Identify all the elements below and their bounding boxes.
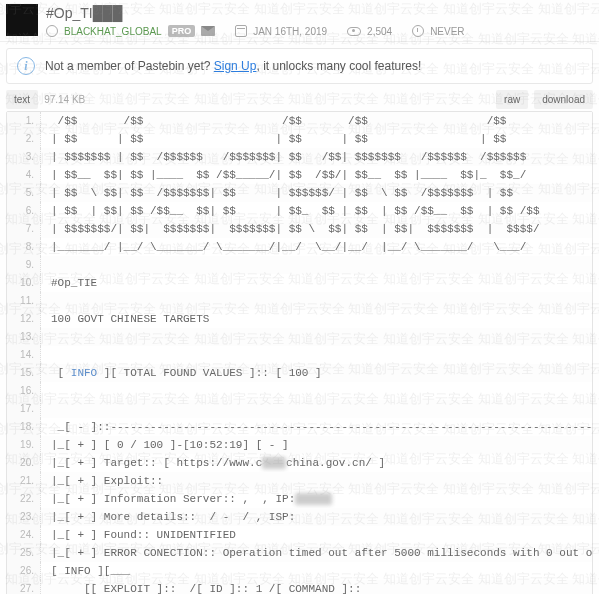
line-number[interactable]: 13.	[7, 328, 41, 346]
code-row: 6.| $$ | $$| $$ /$$__ $$| $$ | $$_ $$ | …	[7, 202, 592, 220]
code-line[interactable]: /$$ /$$ /$$ /$$ /$$	[41, 112, 592, 130]
code-row: 16.	[7, 382, 592, 400]
author-link[interactable]: BLACKHAT_GLOBAL	[64, 26, 162, 37]
code-row: 3.| $$$$$$$ | $$ /$$$$$$ /$$$$$$$| $$ /$…	[7, 148, 592, 166]
code-line[interactable]: | $$ | $$ | $$ | $$ | $$	[41, 130, 592, 148]
line-number[interactable]: 15.	[7, 364, 41, 382]
paste-title: #Op_TI███	[46, 4, 593, 22]
line-number[interactable]: 19.	[7, 436, 41, 454]
calendar-icon	[235, 25, 247, 37]
line-number[interactable]: 1.	[7, 112, 41, 130]
code-row: 14.	[7, 346, 592, 364]
line-number[interactable]: 6.	[7, 202, 41, 220]
eye-icon	[347, 27, 361, 36]
code-line[interactable]: | $$$$$$$/| $$| $$$$$$$| $$$$$$$| $$ \ $…	[41, 220, 592, 238]
expires-text: NEVER	[430, 26, 464, 37]
line-number[interactable]: 5.	[7, 184, 41, 202]
signup-link[interactable]: Sign Up	[214, 59, 257, 73]
code-line[interactable]: |_[ + ] Found:: UNIDENTIFIED	[41, 526, 592, 544]
code-row: 11.	[7, 292, 592, 310]
code-line[interactable]: | $$ | $$| $$ /$$__ $$| $$ | $$_ $$ | $$…	[41, 202, 592, 220]
code-line[interactable]: |_[ + ] [ 0 / 100 ]-[10:52:19] [ - ]	[41, 436, 592, 454]
code-line[interactable]: |_______/ |__/ \_______/ \_______/|__/ \…	[41, 238, 592, 256]
line-number[interactable]: 2.	[7, 130, 41, 148]
line-number[interactable]: 26.	[7, 562, 41, 580]
code-block[interactable]: 1. /$$ /$$ /$$ /$$ /$$ 2.| $$ | $$ | $$ …	[6, 111, 593, 594]
line-number[interactable]: 8.	[7, 238, 41, 256]
code-line[interactable]: [[ EXPLOIT ]:: /[ ID ]:: 1 /[ COMMAND ]:…	[41, 580, 592, 594]
code-row: 27. [[ EXPLOIT ]:: /[ ID ]:: 1 /[ COMMAN…	[7, 580, 592, 594]
line-number[interactable]: 24.	[7, 526, 41, 544]
avatar[interactable]	[6, 4, 38, 36]
paste-header: #Op_TI███ BLACKHAT_GLOBAL PRO JAN 16TH, …	[0, 0, 599, 42]
message-icon[interactable]	[201, 26, 215, 36]
code-row: 10.#Op_TIE	[7, 274, 592, 292]
code-line[interactable]: |_[ + ] Exploit::	[41, 472, 592, 490]
date-text: JAN 16TH, 2019	[253, 26, 327, 37]
code-line[interactable]: |_[ + ] Information Server:: , , IP:XXXX…	[41, 490, 592, 508]
code-row: 17.	[7, 400, 592, 418]
line-number[interactable]: 17.	[7, 400, 41, 418]
views-text: 2,504	[367, 26, 392, 37]
code-row: 18. _[ - ]::----------------------------…	[7, 418, 592, 436]
notice-text: Not a member of Pastebin yet? Sign Up, i…	[45, 59, 421, 73]
code-line[interactable]: |_[ + ] More details:: / - / , ISP:	[41, 508, 592, 526]
code-row: 9.	[7, 256, 592, 274]
code-row: 26.[ INFO ][___	[7, 562, 592, 580]
code-row: 19.|_[ + ] [ 0 / 100 ]-[10:52:19] [ - ]	[7, 436, 592, 454]
line-number[interactable]: 20.	[7, 454, 41, 472]
code-row: 1. /$$ /$$ /$$ /$$ /$$	[7, 112, 592, 130]
code-row: 15. [ INFO ][ TOTAL FOUND VALUES ]:: [ 1…	[7, 364, 592, 382]
code-row: 5.| $$ \ $$| $$ /$$$$$$$| $$ | $$$$$$/ |…	[7, 184, 592, 202]
code-row: 7.| $$$$$$$/| $$| $$$$$$$| $$$$$$$| $$ \…	[7, 220, 592, 238]
code-row: 20.|_[ + ] Target:: [ https://www.cXXXch…	[7, 454, 592, 472]
code-line[interactable]	[41, 328, 592, 346]
code-row: 24.|_[ + ] Found:: UNIDENTIFIED	[7, 526, 592, 544]
code-line[interactable]: [ INFO ][ TOTAL FOUND VALUES ]:: [ 100 ]	[41, 364, 592, 382]
code-row: 21.|_[ + ] Exploit::	[7, 472, 592, 490]
raw-button[interactable]: raw	[496, 90, 528, 109]
signup-notice: i Not a member of Pastebin yet? Sign Up,…	[6, 48, 593, 84]
notice-suffix: , it unlocks many cool features!	[256, 59, 421, 73]
code-row: 22.|_[ + ] Information Server:: , , IP:X…	[7, 490, 592, 508]
line-number[interactable]: 22.	[7, 490, 41, 508]
download-button[interactable]: download	[534, 90, 593, 109]
info-icon: i	[17, 57, 35, 75]
line-number[interactable]: 23.	[7, 508, 41, 526]
line-number[interactable]: 11.	[7, 292, 41, 310]
code-line[interactable]: [ INFO ][___	[41, 562, 592, 580]
line-number[interactable]: 9.	[7, 256, 41, 274]
text-button[interactable]: text	[6, 90, 38, 109]
line-number[interactable]: 10.	[7, 274, 41, 292]
code-line[interactable]	[41, 346, 592, 364]
code-row: 13.	[7, 328, 592, 346]
code-line[interactable]: _[ - ]::--------------------------------…	[41, 418, 592, 436]
code-row: 12.100 GOVT CHINESE TARGETS	[7, 310, 592, 328]
code-line[interactable]: #Op_TIE	[41, 274, 592, 292]
line-number[interactable]: 7.	[7, 220, 41, 238]
meta-row: BLACKHAT_GLOBAL PRO JAN 16TH, 2019 2,504…	[46, 25, 593, 37]
code-line[interactable]	[41, 256, 592, 274]
code-line[interactable]: 100 GOVT CHINESE TARGETS	[41, 310, 592, 328]
code-line[interactable]: | $$ \ $$| $$ /$$$$$$$| $$ | $$$$$$/ | $…	[41, 184, 592, 202]
code-line[interactable]	[41, 400, 592, 418]
line-number[interactable]: 27.	[7, 580, 41, 594]
line-number[interactable]: 14.	[7, 346, 41, 364]
code-line[interactable]	[41, 382, 592, 400]
line-number[interactable]: 3.	[7, 148, 41, 166]
code-line[interactable]: | $$$$$$$ | $$ /$$$$$$ /$$$$$$$| $$ /$$|…	[41, 148, 592, 166]
code-line[interactable]: | $$__ $$| $$ |____ $$ /$$_____/| $$ /$$…	[41, 166, 592, 184]
line-number[interactable]: 18.	[7, 418, 41, 436]
user-icon	[46, 25, 58, 37]
code-line[interactable]: |_[ + ] Target:: [ https://www.cXXXchina…	[41, 454, 592, 472]
clock-icon	[412, 25, 424, 37]
header-body: #Op_TI███ BLACKHAT_GLOBAL PRO JAN 16TH, …	[46, 4, 593, 37]
line-number[interactable]: 12.	[7, 310, 41, 328]
line-number[interactable]: 25.	[7, 544, 41, 562]
line-number[interactable]: 4.	[7, 166, 41, 184]
code-line[interactable]: |_[ + ] ERROR CONECTION:: Operation time…	[41, 544, 592, 562]
code-line[interactable]	[41, 292, 592, 310]
line-number[interactable]: 21.	[7, 472, 41, 490]
code-row: 8.|_______/ |__/ \_______/ \_______/|__/…	[7, 238, 592, 256]
line-number[interactable]: 16.	[7, 382, 41, 400]
